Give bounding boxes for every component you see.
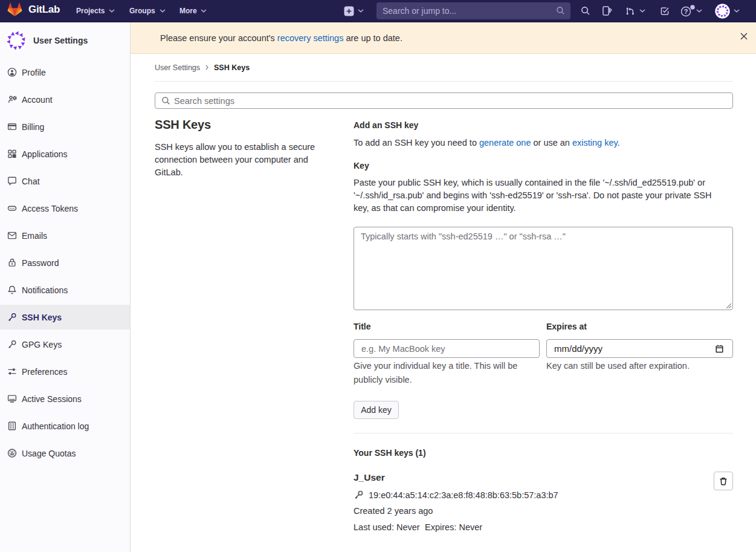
svg-text:?: ? [683, 8, 688, 15]
